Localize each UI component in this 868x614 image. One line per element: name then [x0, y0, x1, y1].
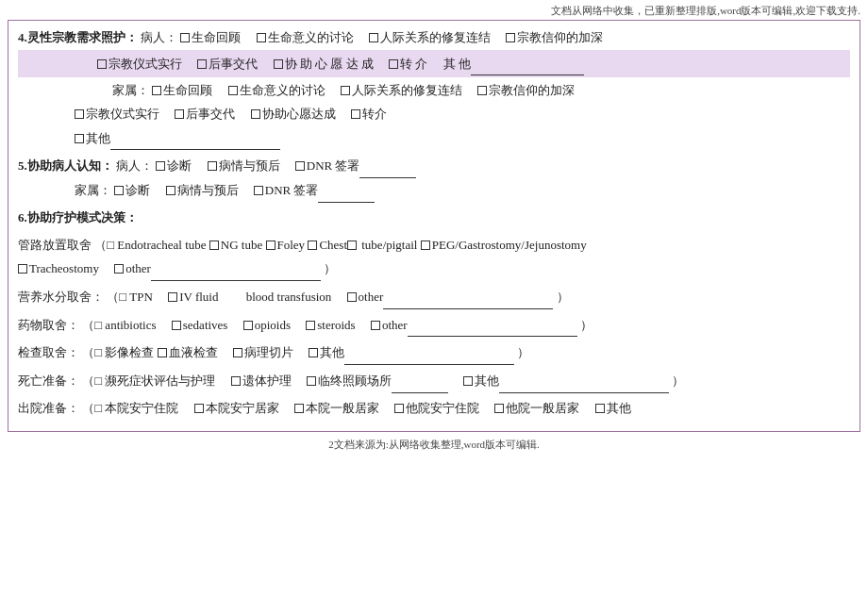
section6-title: 6.协助疗护模式决策：	[18, 210, 138, 224]
checkbox-s4-p6[interactable]	[197, 59, 207, 69]
checkbox-s4-f6[interactable]	[175, 109, 184, 119]
section-5: 5.协助病人认知： 病人： 诊断 病情与预后 DNR 签署 家属： 诊断 病情与…	[18, 154, 850, 202]
checkbox-s5-f1[interactable]	[114, 186, 124, 195]
section-nutrition: 营养水分取舍： （□ TPN IV fluid blood transfusio…	[18, 285, 850, 309]
checkbox-tube5[interactable]	[421, 241, 430, 250]
bottom-note: 2文档来源为:从网络收集整理,word版本可编辑.	[0, 438, 868, 452]
checkbox-s4-f8[interactable]	[351, 109, 360, 119]
nutrition-other-input[interactable]	[383, 285, 553, 309]
checkbox-s4-p7[interactable]	[274, 59, 283, 69]
checkbox-discharge4[interactable]	[394, 404, 404, 413]
section-4: 4.灵性宗教需求照护： 病人： 生命回顾 生命意义的讨论 人际关系的修复连结 宗…	[18, 26, 850, 150]
s4-other-input[interactable]	[471, 52, 584, 76]
s5-f1: 诊断	[125, 183, 150, 197]
s5-f2: 病情与预后	[177, 183, 239, 197]
s4-p8: 转 介	[400, 57, 427, 71]
checkbox-s4-f3[interactable]	[341, 86, 350, 95]
checkbox-s4-f1[interactable]	[152, 86, 161, 95]
checkbox-tube2[interactable]	[209, 241, 219, 250]
checkbox-s4-p5[interactable]	[97, 59, 107, 69]
checkbox-medicine2[interactable]	[172, 321, 181, 330]
s4-p1: 生命回顾	[192, 30, 241, 44]
medicine-other-input[interactable]	[408, 313, 577, 338]
checkbox-s4-f4[interactable]	[477, 86, 487, 95]
nutrition-paren-open: （□	[107, 290, 126, 304]
checkbox-s4-f7[interactable]	[251, 109, 260, 119]
section-exam: 检查取舍： （□ 影像检查 血液检查 病理切片 其他 ）	[18, 340, 850, 365]
nutrition-row: 营养水分取舍： （□ TPN IV fluid blood transfusio…	[18, 285, 850, 309]
main-content-box: 4.灵性宗教需求照护： 病人： 生命回顾 生命意义的讨论 人际关系的修复连结 宗…	[8, 20, 860, 432]
s5-p2: 病情与预后	[219, 158, 280, 173]
medicine-other-label: other	[382, 318, 408, 332]
checkbox-tube6[interactable]	[18, 264, 27, 274]
checkbox-s4-f5[interactable]	[75, 109, 84, 119]
discharge-item1: 本院安宁住院	[105, 401, 178, 415]
checkbox-s5-p1[interactable]	[156, 161, 165, 171]
medicine-label: 药物取舍：	[18, 318, 79, 332]
s4-family-other-input[interactable]	[110, 126, 280, 151]
checkbox-death2[interactable]	[231, 376, 241, 386]
tube-paren-close: ）	[324, 261, 336, 275]
checkbox-medicine5[interactable]	[371, 321, 380, 330]
s4-p4: 宗教信仰的加深	[517, 30, 603, 44]
discharge-label: 出院准备：	[18, 401, 79, 415]
checkbox-nutrition2[interactable]	[168, 292, 177, 302]
medicine-paren-open: （□	[82, 318, 102, 332]
checkbox-death-other[interactable]	[463, 376, 473, 386]
checkbox-medicine4[interactable]	[306, 321, 315, 330]
checkbox-death3[interactable]	[307, 376, 316, 386]
nutrition-label: 营养水分取舍：	[18, 290, 104, 304]
checkbox-discharge3[interactable]	[294, 404, 304, 413]
checkbox-s5-f3[interactable]	[254, 186, 263, 195]
section5-row1: 5.协助病人认知： 病人： 诊断 病情与预后 DNR 签署	[18, 154, 850, 178]
checkbox-s4-f9[interactable]	[75, 134, 84, 143]
nutrition-other-label: other	[359, 290, 384, 304]
checkbox-nutrition4[interactable]	[347, 292, 357, 302]
checkbox-s5-p2[interactable]	[208, 161, 217, 171]
section-6: 6.协助疗护模式决策：	[18, 207, 850, 230]
tube-other-input[interactable]	[151, 257, 321, 281]
checkbox-medicine3[interactable]	[243, 321, 253, 330]
checkbox-discharge6[interactable]	[595, 404, 605, 413]
checkbox-tube7[interactable]	[114, 264, 124, 274]
s4-p3: 人际关系的修复连结	[380, 30, 491, 44]
death-place-input[interactable]	[392, 369, 448, 393]
tube-label: 管路放置取舍	[18, 238, 92, 252]
death-other-input[interactable]	[499, 369, 669, 393]
checkbox-s4-p2[interactable]	[257, 33, 266, 42]
exam-other-input[interactable]	[344, 340, 514, 365]
checkbox-tube4[interactable]	[308, 241, 317, 250]
s4-f1: 生命回顾	[163, 83, 212, 97]
checkbox-exam4[interactable]	[309, 348, 318, 357]
checkbox-s4-p4[interactable]	[506, 33, 515, 42]
checkbox-s4-p3[interactable]	[369, 33, 378, 42]
exam-item2: 血液检查	[169, 345, 218, 359]
section-tube: 管路放置取舍 （□ Endotracheal tube NG tube Fole…	[18, 234, 850, 281]
checkbox-s5-f2[interactable]	[166, 186, 175, 195]
exam-item1: 影像检查	[105, 345, 154, 359]
checkbox-exam2[interactable]	[158, 348, 167, 357]
s5-dnr-family-input[interactable]	[318, 178, 375, 203]
checkbox-s4-p8[interactable]	[389, 59, 398, 69]
checkbox-s4-f2[interactable]	[228, 86, 238, 95]
checkbox-tube3[interactable]	[266, 241, 275, 250]
section5-row2: 家属： 诊断 病情与预后 DNR 签署	[18, 178, 850, 203]
discharge-item5: 他院一般居家	[506, 401, 579, 415]
s4-f7: 协助心愿达成	[262, 107, 336, 121]
checkbox-discharge2[interactable]	[194, 404, 204, 413]
medicine-item2: sedatives	[183, 318, 228, 332]
section4-family-row2: 宗教仪式实行 后事交代 协助心愿达成 转介	[18, 103, 850, 126]
checkbox-exam3[interactable]	[233, 348, 242, 357]
section4-family-row1: 家属： 生命回顾 生命意义的讨论 人际关系的修复连结 宗教信仰的加深	[18, 79, 850, 103]
discharge-item2: 本院安宁居家	[206, 401, 279, 415]
section5-family-label: 家属：	[75, 183, 111, 197]
s5-dnr-patient-input[interactable]	[359, 154, 416, 178]
checkbox-s5-p3[interactable]	[295, 161, 305, 171]
checkbox-discharge5[interactable]	[494, 404, 504, 413]
checkbox-tube4b[interactable]	[347, 241, 357, 250]
exam-label: 检查取舍：	[18, 345, 79, 359]
s4-f5: 宗教仪式实行	[86, 107, 159, 121]
nutrition-item2: IV fluid	[179, 290, 218, 304]
checkbox-s4-p1[interactable]	[180, 33, 190, 42]
tube-row1: 管路放置取舍 （□ Endotracheal tube NG tube Fole…	[18, 234, 850, 257]
